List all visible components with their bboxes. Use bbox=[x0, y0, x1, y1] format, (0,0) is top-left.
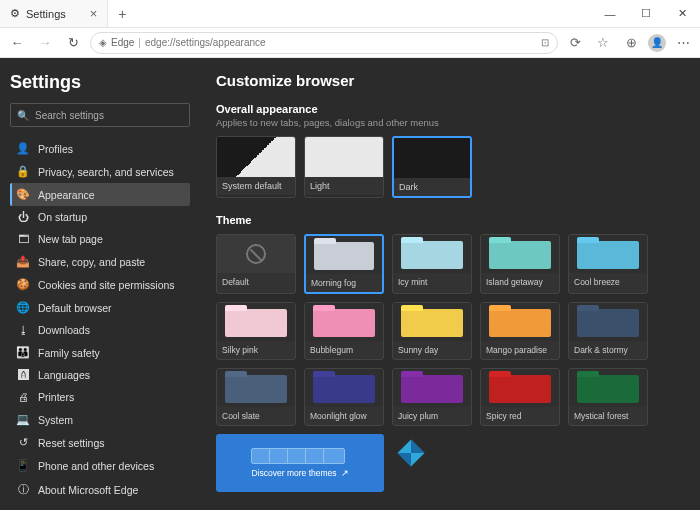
theme-title: Theme bbox=[216, 214, 684, 226]
sidebar-item-label: Privacy, search, and services bbox=[38, 166, 174, 178]
sidebar-item-label: Cookies and site permissions bbox=[38, 279, 175, 291]
search-input[interactable]: 🔍 Search settings bbox=[10, 103, 190, 127]
appearance-subtitle: Applies to new tabs, pages, dialogs and … bbox=[216, 117, 684, 128]
theme-swatch bbox=[481, 369, 559, 407]
profile-avatar[interactable]: 👤 bbox=[648, 34, 666, 52]
sidebar-item-family-safety[interactable]: 👪Family safety bbox=[10, 341, 190, 364]
sidebar-item-on-startup[interactable]: ⏻On startup bbox=[10, 206, 190, 228]
sidebar-item-about-microsoft-edge[interactable]: ⓘAbout Microsoft Edge bbox=[10, 477, 190, 502]
back-button[interactable]: ← bbox=[6, 35, 28, 50]
read-aloud-icon[interactable]: ⊡ bbox=[541, 37, 549, 48]
theme-label: Cool breeze bbox=[569, 273, 647, 291]
new-tab-button[interactable]: + bbox=[108, 0, 136, 27]
sidebar-item-languages[interactable]: 🅰Languages bbox=[10, 364, 190, 386]
folder-icon bbox=[401, 375, 463, 403]
theme-bubblegum[interactable]: Bubblegum bbox=[304, 302, 384, 360]
favorites-icon[interactable]: ☆ bbox=[592, 35, 614, 50]
sidebar-item-privacy-search-and-services[interactable]: 🔒Privacy, search, and services bbox=[10, 160, 190, 183]
nav-icon: 📱 bbox=[16, 459, 30, 472]
theme-moonlight-glow[interactable]: Moonlight glow bbox=[304, 368, 384, 426]
sidebar-item-profiles[interactable]: 👤Profiles bbox=[10, 137, 190, 160]
sidebar-item-appearance[interactable]: 🎨Appearance bbox=[10, 183, 190, 206]
search-icon: 🔍 bbox=[17, 110, 29, 121]
discover-more-themes-button[interactable]: Discover more themes ↗ bbox=[216, 434, 384, 492]
theme-dark-stormy[interactable]: Dark & stormy bbox=[568, 302, 648, 360]
theme-icy-mint[interactable]: Icy mint bbox=[392, 234, 472, 294]
theme-island-getaway[interactable]: Island getaway bbox=[480, 234, 560, 294]
sync-icon[interactable]: ⟳ bbox=[564, 35, 586, 50]
sidebar-item-phone-and-other-devices[interactable]: 📱Phone and other devices bbox=[10, 454, 190, 477]
theme-juicy-plum[interactable]: Juicy plum bbox=[392, 368, 472, 426]
sidebar-item-label: Profiles bbox=[38, 143, 73, 155]
more-icon[interactable]: ⋯ bbox=[672, 35, 694, 50]
theme-spicy-red[interactable]: Spicy red bbox=[480, 368, 560, 426]
sidebar-item-cookies-and-site-permissions[interactable]: 🍪Cookies and site permissions bbox=[10, 273, 190, 296]
sidebar-item-downloads[interactable]: ⭳Downloads bbox=[10, 319, 190, 341]
minimize-button[interactable]: — bbox=[592, 0, 628, 27]
theme-cool-breeze[interactable]: Cool breeze bbox=[568, 234, 648, 294]
svg-marker-1 bbox=[411, 440, 425, 454]
sidebar-item-share-copy-and-paste[interactable]: 📤Share, copy, and paste bbox=[10, 250, 190, 273]
appearance-label: Light bbox=[305, 177, 383, 195]
theme-label: Sunny day bbox=[393, 341, 471, 359]
addon-tile[interactable] bbox=[392, 434, 430, 472]
browser-tab[interactable]: ⚙ Settings × bbox=[0, 0, 108, 27]
theme-label: Mango paradise bbox=[481, 341, 559, 359]
theme-mango-paradise[interactable]: Mango paradise bbox=[480, 302, 560, 360]
sidebar-item-printers[interactable]: 🖨Printers bbox=[10, 386, 190, 408]
sidebar-item-reset-settings[interactable]: ↺Reset settings bbox=[10, 431, 190, 454]
theme-morning-fog[interactable]: Morning fog bbox=[304, 234, 384, 294]
theme-label: Silky pink bbox=[217, 341, 295, 359]
refresh-button[interactable]: ↻ bbox=[62, 35, 84, 50]
nav-icon: 🌐 bbox=[16, 301, 30, 314]
maximize-button[interactable]: ☐ bbox=[628, 0, 664, 27]
nav-icon: ⓘ bbox=[16, 482, 30, 497]
appearance-option-dark[interactable]: Dark bbox=[392, 136, 472, 198]
appearance-swatch bbox=[305, 137, 383, 177]
theme-swatch bbox=[569, 369, 647, 407]
address-brand: Edge bbox=[111, 37, 134, 48]
theme-label: Juicy plum bbox=[393, 407, 471, 425]
sidebar-item-label: Reset settings bbox=[38, 437, 105, 449]
nav-icon: ↺ bbox=[16, 436, 30, 449]
folder-icon bbox=[489, 375, 551, 403]
theme-label: Dark & stormy bbox=[569, 341, 647, 359]
nav-icon: 🍪 bbox=[16, 278, 30, 291]
sidebar: Settings 🔍 Search settings 👤Profiles🔒Pri… bbox=[0, 58, 200, 510]
close-window-button[interactable]: ✕ bbox=[664, 0, 700, 27]
appearance-option-light[interactable]: Light bbox=[304, 136, 384, 198]
app-body: Settings 🔍 Search settings 👤Profiles🔒Pri… bbox=[0, 58, 700, 510]
sidebar-item-label: New tab page bbox=[38, 233, 103, 245]
sidebar-item-system[interactable]: 💻System bbox=[10, 408, 190, 431]
appearance-title: Overall appearance bbox=[216, 103, 684, 115]
theme-mystical-forest[interactable]: Mystical forest bbox=[568, 368, 648, 426]
appearance-option-system-default[interactable]: System default bbox=[216, 136, 296, 198]
theme-swatch bbox=[569, 235, 647, 273]
collections-icon[interactable]: ⊕ bbox=[620, 35, 642, 50]
theme-cool-slate[interactable]: Cool slate bbox=[216, 368, 296, 426]
sidebar-item-label: Printers bbox=[38, 391, 74, 403]
theme-swatch bbox=[305, 303, 383, 341]
theme-swatch bbox=[481, 303, 559, 341]
theme-label: Default bbox=[217, 273, 295, 291]
close-tab-icon[interactable]: × bbox=[90, 6, 98, 21]
theme-silky-pink[interactable]: Silky pink bbox=[216, 302, 296, 360]
sidebar-item-default-browser[interactable]: 🌐Default browser bbox=[10, 296, 190, 319]
folder-icon bbox=[225, 309, 287, 337]
sidebar-item-new-tab-page[interactable]: 🗔New tab page bbox=[10, 228, 190, 250]
sidebar-item-label: Default browser bbox=[38, 302, 112, 314]
theme-default[interactable]: Default bbox=[216, 234, 296, 294]
gear-icon: ⚙ bbox=[10, 7, 20, 20]
theme-label: Icy mint bbox=[393, 273, 471, 291]
folder-icon bbox=[313, 375, 375, 403]
forward-button[interactable]: → bbox=[34, 35, 56, 50]
address-bar[interactable]: ◈ Edge | edge://settings/appearance ⊡ bbox=[90, 32, 558, 54]
page-heading: Customize browser bbox=[216, 72, 684, 89]
folder-icon bbox=[401, 241, 463, 269]
nav-icon: 🎨 bbox=[16, 188, 30, 201]
theme-label: Moonlight glow bbox=[305, 407, 383, 425]
discover-label: Discover more themes bbox=[251, 468, 336, 478]
theme-sunny-day[interactable]: Sunny day bbox=[392, 302, 472, 360]
theme-label: Spicy red bbox=[481, 407, 559, 425]
sidebar-item-label: Downloads bbox=[38, 324, 90, 336]
